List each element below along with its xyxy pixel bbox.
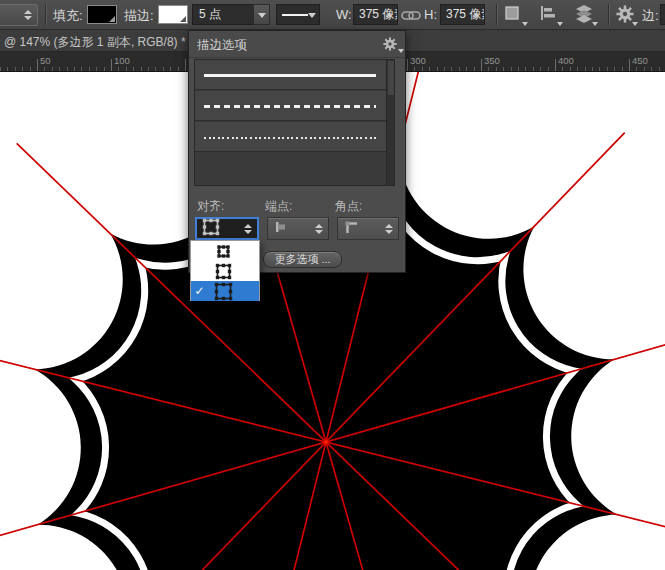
- ruler-minor-tick: [141, 67, 142, 71]
- ruler-unit-label: 300: [410, 55, 426, 66]
- ruler-minor-tick: [503, 67, 504, 71]
- stroke-type-dropdown[interactable]: [276, 4, 320, 25]
- align-outside-icon: [214, 282, 233, 301]
- ruler-minor-tick: [474, 67, 475, 71]
- align-outside-icon: [202, 218, 220, 240]
- document-tab[interactable]: @ 147% (多边形 1 副本, RGB/8) *: [4, 34, 186, 51]
- ruler-minor-tick: [525, 67, 526, 71]
- shape-height-field[interactable]: 375 像素: [440, 4, 485, 25]
- align-dropdown-popup: ✓: [190, 240, 260, 301]
- ruler-minor-tick: [488, 67, 489, 71]
- stroke-style-solid[interactable]: [195, 60, 386, 90]
- width-field-label: W:: [336, 7, 352, 22]
- popup-item-align-center[interactable]: [191, 261, 259, 281]
- gear-icon: [383, 37, 397, 55]
- ruler-minor-tick: [67, 67, 68, 71]
- caps-select[interactable]: [267, 217, 329, 240]
- stroke-color-swatch[interactable]: [158, 5, 188, 24]
- panel-gear-button[interactable]: [383, 37, 397, 55]
- ruler-minor-tick: [89, 67, 90, 71]
- corners-select[interactable]: [337, 217, 399, 240]
- stroke-label: 描边:: [124, 7, 154, 25]
- ruler-minor-tick: [518, 67, 519, 71]
- ruler-minor-tick: [422, 67, 423, 71]
- swatch-arrow-icon: [109, 16, 115, 22]
- ruler-unit-label: 400: [558, 55, 574, 66]
- list-scrollbar[interactable]: [386, 60, 394, 185]
- sides-field[interactable]: [660, 4, 665, 25]
- shape-width-value: 375 像素: [359, 7, 398, 21]
- caps-label: 端点:: [265, 198, 292, 215]
- toolbar-separator: [45, 4, 46, 25]
- chevron-down-icon: [592, 22, 598, 26]
- align-center-icon: [214, 262, 233, 281]
- stroke-options-panel: 描边选项 对齐: 端点: 角点:: [188, 30, 406, 273]
- ruler-major-tick: [111, 59, 112, 71]
- ruler-minor-tick: [540, 67, 541, 71]
- ruler-major-tick: [629, 59, 630, 71]
- ruler-minor-tick: [607, 67, 608, 71]
- ruler-minor-tick: [126, 67, 127, 71]
- fill-label: 填充:: [53, 7, 83, 25]
- ruler-minor-tick: [659, 67, 660, 71]
- path-alignment-button[interactable]: [537, 3, 563, 27]
- ruler-minor-tick: [570, 67, 571, 71]
- ruler-minor-tick: [414, 67, 415, 71]
- stroke-style-list: [194, 59, 395, 186]
- ruler-unit-label: 350: [484, 55, 500, 66]
- ruler-minor-tick: [592, 67, 593, 71]
- ruler-minor-tick: [0, 67, 1, 71]
- stroke-width-value: 5 点: [199, 7, 221, 21]
- ruler-minor-tick: [444, 67, 445, 71]
- scrollbar-thumb[interactable]: [388, 61, 394, 95]
- stroke-style-dashed[interactable]: [195, 91, 386, 121]
- dashed-line-preview: [204, 105, 376, 108]
- ruler-minor-tick: [651, 67, 652, 71]
- more-options-button[interactable]: 更多选项 ...: [263, 251, 342, 268]
- shape-width-field[interactable]: 375 像素: [353, 4, 398, 25]
- path-arrangement-button[interactable]: [572, 3, 598, 27]
- ruler-minor-tick: [74, 67, 75, 71]
- ruler-minor-tick: [30, 67, 31, 71]
- ruler-minor-tick: [644, 67, 645, 71]
- chevron-down-icon: [398, 49, 404, 53]
- ruler-minor-tick: [562, 67, 563, 71]
- ruler-minor-tick: [622, 67, 623, 71]
- stroke-width-dropdown-button[interactable]: [253, 4, 270, 25]
- ruler-minor-tick: [133, 67, 134, 71]
- popup-item-align-inside[interactable]: [191, 241, 259, 261]
- chevron-down-icon: [308, 13, 316, 18]
- link-dimensions-icon[interactable]: [401, 8, 421, 26]
- fill-color-swatch[interactable]: [87, 5, 117, 24]
- ruler-minor-tick: [614, 67, 615, 71]
- gear-settings-button[interactable]: [614, 3, 640, 27]
- butt-cap-icon: [273, 219, 289, 239]
- popup-item-align-outside[interactable]: ✓: [191, 281, 259, 301]
- ruler-minor-tick: [163, 67, 164, 71]
- ruler-minor-tick: [496, 67, 497, 71]
- ruler-minor-tick: [451, 67, 452, 71]
- stepper-arrows-icon: [24, 10, 32, 20]
- stroke-width-input[interactable]: 5 点: [192, 4, 254, 25]
- shape-height-value: 375 像素: [446, 7, 485, 21]
- ruler-unit-label: 100: [114, 55, 130, 66]
- ruler-minor-tick: [429, 67, 430, 71]
- ruler-major-tick: [481, 59, 482, 71]
- ruler-unit-label: 450: [632, 55, 648, 66]
- shape-mode-select[interactable]: [0, 4, 38, 26]
- ruler-minor-tick: [104, 67, 105, 71]
- chevron-down-icon: [522, 22, 528, 26]
- stroke-style-dotted[interactable]: [195, 122, 386, 152]
- stepper-arrows-icon: [315, 224, 323, 234]
- ruler-minor-tick: [636, 67, 637, 71]
- ruler-minor-tick: [59, 67, 60, 71]
- chevron-down-icon: [557, 22, 563, 26]
- path-operations-button[interactable]: [502, 3, 528, 27]
- ruler-minor-tick: [155, 67, 156, 71]
- panel-header: 描边选项: [189, 31, 405, 58]
- align-select[interactable]: [195, 217, 259, 240]
- photoshop-window: 填充: 描边: 5 点 W: 375 像素 H:: [0, 0, 665, 570]
- swatch-arrow-icon: [180, 16, 186, 22]
- chevron-down-icon: [258, 13, 266, 18]
- ruler-minor-tick: [459, 67, 460, 71]
